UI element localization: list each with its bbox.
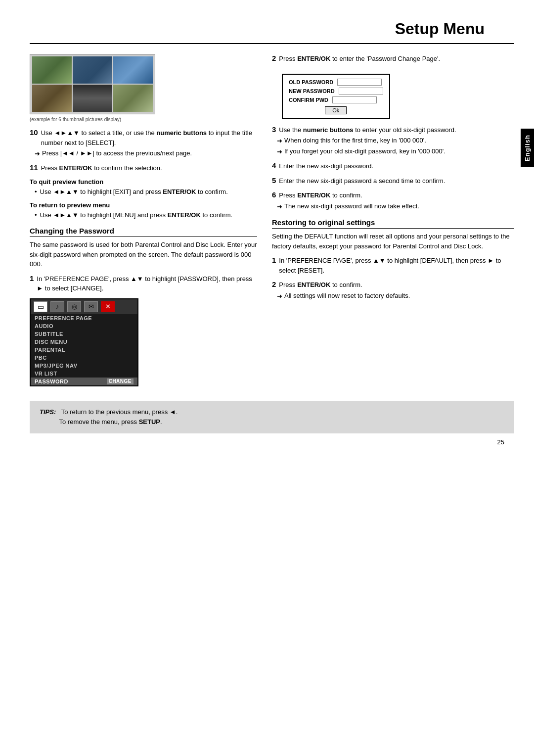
step-6-number: 6 [272, 190, 276, 199]
step-3-arrow1-text: When doing this for the first time, key … [284, 136, 426, 145]
confirm-pwd-row: CONFIRM PWD [289, 96, 383, 103]
confirm-pwd-label: CONFIRM PWD [289, 97, 328, 103]
thumbnail-6 [113, 85, 153, 112]
password-dialog: OLD PASSWORD NEW PASSWORD CONFIRM PWD Ok [282, 74, 390, 119]
step-3-number: 3 [272, 125, 276, 134]
step-2-enter-block: 2 Press ENTER/OK to enter the 'Password … [272, 54, 514, 64]
step-2-restore-text: Press ENTER/OK to confirm. [279, 280, 362, 290]
step-3-arrow2-text: If you forget your old six-digit passwor… [284, 147, 445, 156]
step-5-block: 5 Enter the new six-digit password a sec… [272, 176, 514, 186]
menu-row-password: PASSWORD CHANGE [31, 378, 137, 385]
restoring-desc: Setting the DEFAULT function will reset … [272, 232, 514, 251]
menu-row-subtitle: SUBTITLE [31, 330, 137, 338]
step-6-arrow: ➜ The new six-digit password will now ta… [277, 202, 514, 211]
arrow-icon-4: ➜ [277, 202, 282, 211]
step-11-text: Press ENTER/OK to confirm the selection. [41, 163, 162, 173]
menu-icon-1: ▭ [34, 301, 47, 312]
menu-row-parental: PARENTAL [31, 346, 137, 354]
bullet: • [35, 188, 37, 196]
step-10-number: 10 [30, 128, 38, 137]
return-item: • Use ◄►▲▼ to highlight [MENU] and press… [35, 211, 257, 220]
dialog-ok-area: Ok [289, 106, 383, 114]
menu-row-pbc: PBC [31, 354, 137, 362]
menu-screenshot: ▭ ♪ ◎ ✉ ✕ PREFERENCE PAGE AUDIO SUBTITLE… [30, 298, 138, 386]
page-number: 25 [0, 433, 534, 451]
tips-bold: SETUP [139, 418, 160, 425]
changing-password-heading: Changing the Password [30, 227, 257, 237]
thumbnail-3 [113, 56, 153, 84]
menu-icons-row: ▭ ♪ ◎ ✉ ✕ [31, 299, 137, 314]
content-area: (example for 6 thumbnail pictures displa… [30, 44, 514, 391]
ok-button[interactable]: Ok [325, 106, 347, 114]
menu-icon-2: ♪ [50, 301, 64, 312]
tips-label: TIPS: [40, 408, 56, 416]
new-password-label: NEW PASSWORD [289, 88, 335, 94]
step-6-arrow-text: The new six-digit password will now take… [284, 202, 419, 211]
menu-row-audio: AUDIO [31, 322, 137, 330]
new-password-input [339, 88, 383, 94]
arrow-icon-2: ➜ [277, 137, 282, 145]
new-password-row: NEW PASSWORD [289, 88, 383, 94]
arrow-icon-3: ➜ [277, 147, 282, 156]
tips-text1: To return to the previous menu, press ◄. [61, 408, 178, 416]
step-2-restore-number: 2 [272, 280, 276, 288]
step-10-text: Use ◄►▲▼ to select a title, or use the n… [41, 128, 257, 147]
changing-desc: The same password is used for both Paren… [30, 240, 257, 269]
step-2-enter-text: Press ENTER/OK to enter the 'Password Ch… [279, 54, 440, 64]
menu-rows: PREFERENCE PAGE AUDIO SUBTITLE DISC MENU… [31, 314, 137, 385]
step-1-restore-number: 1 [272, 256, 276, 264]
quit-text: Use ◄►▲▼ to highlight [EXIT] and press E… [40, 188, 228, 196]
return-preview-block: To return to preview menu • Use ◄►▲▼ to … [30, 201, 257, 220]
step-3-text: Use the numeric buttons to enter your ol… [279, 125, 456, 135]
step-11-number: 11 [30, 163, 38, 172]
quit-preview-block: To quit preview function • Use ◄►▲▼ to h… [30, 178, 257, 196]
left-column: (example for 6 thumbnail pictures displa… [30, 54, 257, 391]
step-4-number: 4 [272, 161, 276, 170]
menu-icon-5: ✕ [101, 301, 115, 312]
bullet-2: • [35, 211, 37, 220]
return-text: Use ◄►▲▼ to highlight [MENU] and press E… [40, 211, 233, 220]
step-1-restore-text: In 'PREFERENCE PAGE', press ▲▼ to highli… [279, 256, 514, 275]
page-title: Setup Menu [30, 0, 514, 44]
tips-text3: . [160, 418, 162, 425]
menu-row-preference: PREFERENCE PAGE [31, 314, 137, 322]
thumbnail-1 [32, 56, 72, 84]
quit-heading: To quit preview function [30, 178, 257, 186]
password-label: PASSWORD [35, 378, 68, 384]
right-column: 2 Press ENTER/OK to enter the 'Password … [272, 54, 514, 391]
return-heading: To return to preview menu [30, 201, 257, 209]
tips-box: TIPS: To return to the previous menu, pr… [30, 401, 514, 434]
menu-row-vrlist: VR LIST [31, 370, 137, 378]
thumbnail-4 [32, 85, 72, 112]
step-3-block: 3 Use the numeric buttons to enter your … [272, 125, 514, 157]
step-6-block: 6 Press ENTER/OK to confirm. ➜ The new s… [272, 190, 514, 211]
step-1-restore-block: 1 In 'PREFERENCE PAGE', press ▲▼ to high… [272, 256, 514, 275]
old-password-label: OLD PASSWORD [289, 79, 333, 85]
old-password-row: OLD PASSWORD [289, 79, 383, 86]
arrow-icon: ➜ [35, 149, 40, 158]
step-10-arrow-text: Press |◄◄ / ►►| to access the previous/n… [42, 149, 192, 158]
menu-row-mp3: MP3/JPEG NAV [31, 362, 137, 370]
step-1-change-number: 1 [30, 274, 34, 283]
menu-row-disc-menu: DISC MENU [31, 338, 137, 346]
step-2-restore-arrow: ➜ All settings will now reset to factory… [277, 291, 514, 301]
step-10-arrow: ➜ Press |◄◄ / ►►| to access the previous… [35, 149, 257, 158]
menu-icon-4: ✉ [84, 301, 98, 312]
thumbnail-caption: (example for 6 thumbnail pictures displa… [30, 117, 257, 122]
step-2-enter-number: 2 [272, 54, 276, 62]
step-1-change-text: In 'PREFERENCE PAGE', press ▲▼ to highli… [37, 274, 257, 293]
step-11-block: 11 Press ENTER/OK to confirm the selecti… [30, 163, 257, 173]
step-1-change-block: 1 In 'PREFERENCE PAGE', press ▲▼ to high… [30, 274, 257, 293]
arrow-icon-5: ➜ [277, 292, 282, 301]
english-tab: English [521, 129, 534, 167]
step-3-arrow2: ➜ If you forget your old six-digit passw… [277, 147, 514, 156]
menu-icon-3: ◎ [67, 301, 81, 312]
step-4-block: 4 Enter the new six-digit password. [272, 161, 514, 171]
restoring-heading: Restoring to original settings [272, 218, 514, 229]
step-2-restore-block: 2 Press ENTER/OK to confirm. ➜ All setti… [272, 280, 514, 301]
thumbnail-2 [73, 56, 112, 84]
confirm-pwd-input [332, 96, 377, 103]
step-4-text: Enter the new six-digit password. [279, 161, 373, 171]
change-label: CHANGE [107, 378, 134, 384]
thumbnail-5 [73, 85, 112, 112]
